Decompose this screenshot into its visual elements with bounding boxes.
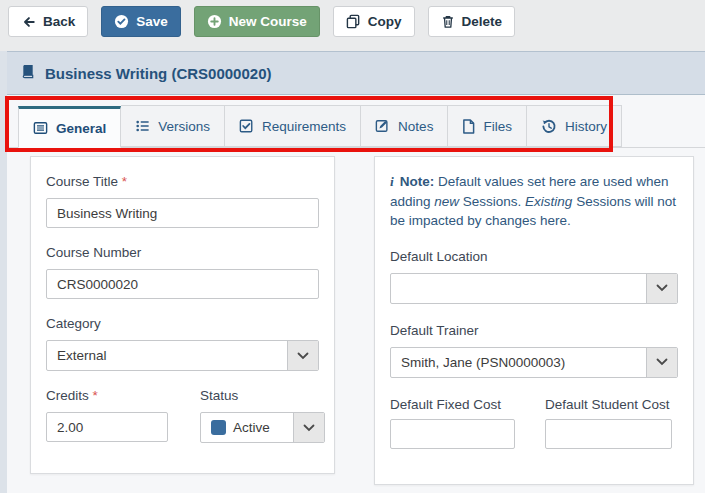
defaults-note: iNote: Default values set here are used … [390,172,678,231]
default-trainer-label: Default Trainer [390,323,678,338]
tab-requirements-label: Requirements [262,119,346,134]
tab-files-label: Files [483,119,512,134]
tab-history[interactable]: History [526,105,622,147]
tab-files[interactable]: Files [447,105,526,147]
status-label: Status [200,388,325,403]
info-icon: i [390,174,394,189]
status-value: Active [233,420,270,435]
pencil-square-icon [375,119,390,133]
save-button[interactable]: Save [101,6,181,37]
default-trainer-value: Smith, Jane (PSN0000003) [391,348,646,377]
file-icon [462,119,475,134]
tab-bar: General Versions Requirements Notes File… [7,95,705,148]
tab-versions[interactable]: Versions [121,105,224,147]
list-ul-icon [135,119,150,133]
default-fixed-cost-label: Default Fixed Cost [390,397,515,412]
category-value: External [47,341,287,370]
tab-versions-label: Versions [158,119,210,134]
tab-history-label: History [565,119,607,134]
page-title: Business Writing (CRS0000020) [45,65,271,82]
back-button[interactable]: Back [8,6,88,37]
course-number-input[interactable] [46,269,319,299]
back-label: Back [43,14,75,29]
tab-notes-label: Notes [398,119,433,134]
list-alt-icon [33,121,48,135]
copy-label: Copy [368,14,402,29]
default-location-select[interactable] [390,273,678,304]
toolbar: Back Save New Course Copy Delete [0,0,705,51]
chevron-down-icon [646,274,677,303]
form-area: Course Title * Course Number Category Ex… [7,148,705,485]
credits-label: Credits * [46,388,168,403]
default-fixed-cost-input[interactable] [390,419,515,449]
delete-label: Delete [462,14,503,29]
default-trainer-select[interactable]: Smith, Jane (PSN0000003) [390,347,678,378]
required-asterisk: * [122,174,127,189]
trash-icon [441,14,455,29]
tab-general-label: General [56,121,106,136]
back-arrow-icon [21,15,36,29]
required-asterisk: * [93,388,98,403]
book-icon [20,64,36,82]
status-active-swatch [211,420,226,435]
credits-input[interactable] [46,412,168,442]
chevron-down-icon [646,348,677,377]
session-defaults-panel: iNote: Default values set here are used … [374,156,694,485]
default-location-value [391,274,646,303]
tab-general[interactable]: General [18,106,121,148]
tab-requirements[interactable]: Requirements [224,105,360,147]
copy-icon [346,14,361,29]
tab-notes[interactable]: Notes [360,105,447,147]
left-gutter [0,51,7,493]
chevron-down-icon [293,413,324,442]
save-label: Save [136,14,168,29]
history-icon [541,119,557,134]
course-title-label: Course Title * [46,174,319,189]
default-location-label: Default Location [390,249,678,264]
check-circle-icon [114,14,129,29]
course-details-panel: Course Title * Course Number Category Ex… [30,156,335,474]
note-bold: Note: [400,174,435,189]
plus-circle-icon [207,14,222,29]
chevron-down-icon [287,341,318,370]
copy-button[interactable]: Copy [333,6,415,37]
course-number-label: Course Number [46,245,319,260]
category-select[interactable]: External [46,340,319,371]
new-course-button[interactable]: New Course [194,6,320,37]
delete-button[interactable]: Delete [428,6,516,37]
main-content: General Versions Requirements Notes File… [7,95,705,493]
default-student-cost-label: Default Student Cost [545,397,672,412]
page-title-bar: Business Writing (CRS0000020) [7,51,705,95]
check-square-icon [239,119,254,133]
new-course-label: New Course [229,14,307,29]
course-title-input[interactable] [46,198,319,228]
default-student-cost-input[interactable] [545,419,672,449]
category-label: Category [46,316,319,331]
status-select[interactable]: Active [200,412,325,443]
